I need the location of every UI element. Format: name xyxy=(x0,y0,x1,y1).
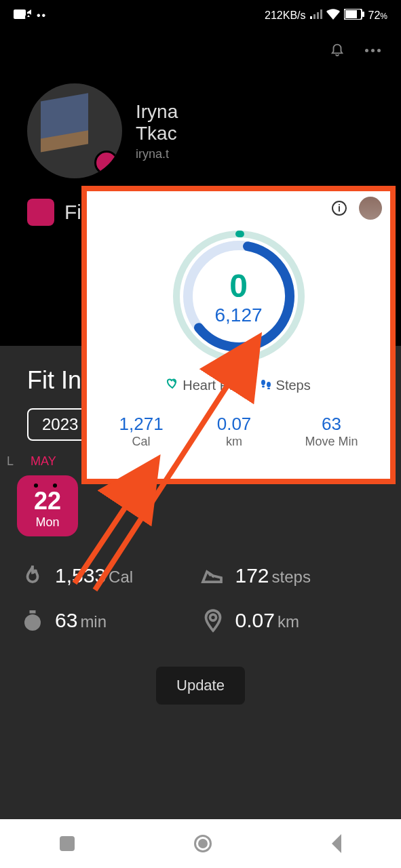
svg-rect-12 xyxy=(30,610,36,614)
signal-icon xyxy=(310,9,322,22)
fit-avatar[interactable] xyxy=(359,197,382,220)
nav-home[interactable] xyxy=(194,835,212,852)
steps-value: 6,127 xyxy=(214,304,262,326)
battery-pct: 72% xyxy=(368,9,387,22)
android-nav-bar xyxy=(0,819,401,868)
profile-name-line1: Iryna xyxy=(136,101,178,123)
data-rate: 212KB/s xyxy=(265,9,305,22)
profile-email: iryna.t xyxy=(136,147,178,161)
stopwatch-icon xyxy=(20,608,45,633)
svg-rect-8 xyxy=(362,12,364,17)
dots-indicator: •• xyxy=(37,9,47,22)
nav-back[interactable] xyxy=(332,834,341,853)
nav-recent[interactable] xyxy=(60,836,75,851)
svg-rect-2 xyxy=(310,16,312,19)
svg-point-13 xyxy=(210,614,216,620)
month-prev[interactable]: L xyxy=(7,454,14,469)
app-icon xyxy=(27,199,54,226)
avatar[interactable] xyxy=(27,83,122,178)
svg-point-11 xyxy=(24,614,41,631)
heart-pts-value: 0 xyxy=(214,267,262,304)
status-bar: •• 212KB/s 72% xyxy=(0,0,401,31)
bell-icon[interactable] xyxy=(330,41,345,60)
battery-icon xyxy=(344,9,364,22)
more-icon[interactable] xyxy=(365,49,381,52)
svg-rect-5 xyxy=(320,9,322,19)
wifi-icon xyxy=(326,9,340,22)
update-button[interactable]: Update xyxy=(156,667,245,705)
svg-rect-4 xyxy=(317,12,319,19)
svg-rect-3 xyxy=(313,14,316,19)
info-icon[interactable]: i xyxy=(332,201,347,216)
video-icon xyxy=(14,9,31,22)
fire-icon xyxy=(20,564,45,588)
annotation-arrow-2 xyxy=(47,461,183,599)
profile-name-line2: Tkac xyxy=(136,123,178,144)
svg-rect-0 xyxy=(14,9,26,19)
svg-line-23 xyxy=(75,481,142,583)
svg-rect-7 xyxy=(345,10,357,18)
fit-stat-move[interactable]: 63 Move Min xyxy=(305,414,358,449)
